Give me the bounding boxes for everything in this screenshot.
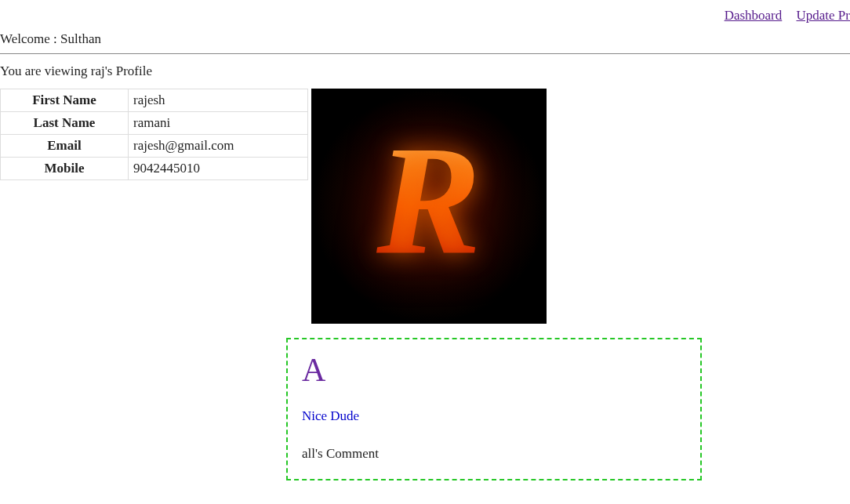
comment-avatar-icon: A [302, 354, 686, 386]
table-row: Last Name ramani [1, 112, 308, 135]
value-last-name: ramani [129, 112, 308, 135]
label-mobile: Mobile [1, 158, 129, 180]
comment-box: A Nice Dude all's Comment [286, 338, 702, 480]
dashboard-link[interactable]: Dashboard [725, 8, 783, 23]
label-email: Email [1, 135, 129, 158]
welcome-line: Welcome : Sulthan [0, 27, 850, 53]
viewing-line: You are viewing raj's Profile [0, 54, 850, 89]
comment-text: Nice Dude [302, 408, 686, 424]
welcome-prefix: Welcome : [0, 31, 60, 46]
value-first-name: rajesh [129, 89, 308, 112]
profile-avatar: R [311, 89, 547, 324]
welcome-username: Sulthan [60, 31, 101, 46]
table-row: Mobile 9042445010 [1, 158, 308, 180]
avatar-letter-icon: R [376, 121, 481, 278]
label-last-name: Last Name [1, 112, 129, 135]
value-mobile: 9042445010 [129, 158, 308, 180]
comment-author-line: all's Comment [302, 446, 686, 462]
update-profile-link[interactable]: Update Pr [797, 8, 850, 23]
value-email: rajesh@gmail.com [129, 135, 308, 158]
avatar-container: R [311, 89, 547, 324]
table-row: Email rajesh@gmail.com [1, 135, 308, 158]
table-row: First Name rajesh [1, 89, 308, 112]
profile-table: First Name rajesh Last Name ramani Email… [0, 89, 308, 180]
label-first-name: First Name [1, 89, 129, 112]
